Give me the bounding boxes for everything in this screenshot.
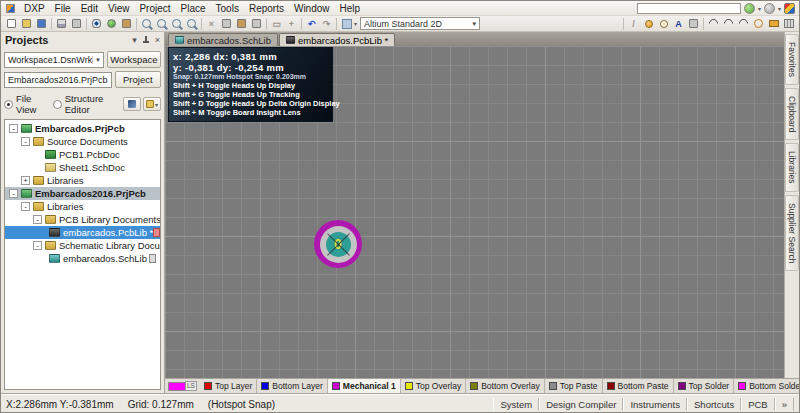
instruments-panels-button[interactable]: Instruments <box>623 398 687 411</box>
zoom-document-button[interactable] <box>184 17 199 30</box>
layer-tab-top-solder[interactable]: Top Solder <box>674 379 735 393</box>
pad-object[interactable]: 0 <box>314 220 362 268</box>
tree-item-embarcados-pcblib[interactable]: embarcados.PcbLib * <box>5 226 160 239</box>
grid-settings-button[interactable] <box>339 17 354 30</box>
quick-search-input[interactable] <box>637 3 741 14</box>
collapse-icon[interactable]: - <box>9 124 18 133</box>
menu-view[interactable]: View <box>103 2 135 15</box>
structure-editor-radio[interactable] <box>53 100 62 109</box>
layer-tab-bottom-solder[interactable]: Bottom Solder <box>734 379 800 393</box>
layer-tab-bottom-layer[interactable]: Bottom Layer <box>257 379 328 393</box>
file-view-radio[interactable] <box>4 100 13 109</box>
home-page-icon[interactable] <box>744 3 755 14</box>
print-preview-button[interactable] <box>69 17 84 30</box>
menu-edit[interactable]: Edit <box>76 2 103 15</box>
tab-embarcados-pcblib[interactable]: embarcados.PcbLib * <box>279 33 395 46</box>
undo-button[interactable]: ↶ <box>304 17 319 30</box>
close-icon[interactable]: × <box>155 35 160 45</box>
tab-libraries[interactable]: Libraries <box>785 143 799 192</box>
sort-documents-button[interactable] <box>123 97 141 111</box>
layer-tab-top-layer[interactable]: Top Layer <box>200 379 257 393</box>
open-document-button[interactable] <box>19 17 34 30</box>
browse-components-button[interactable] <box>104 17 119 30</box>
tree-item-libraries-2[interactable]: - Libraries <box>5 200 160 213</box>
view-mode-select[interactable]: Altium Standard 2D ▾ <box>360 17 480 30</box>
save-button[interactable] <box>34 17 49 30</box>
tab-supplier-search[interactable]: Supplier Search <box>785 195 799 271</box>
menu-file[interactable]: File <box>50 2 76 15</box>
layer-tab-bottom-paste[interactable]: Bottom Paste <box>603 379 674 393</box>
layer-tab-bottom-overlay[interactable]: Bottom Overlay <box>466 379 545 393</box>
menu-help[interactable]: Help <box>335 2 366 15</box>
more-panels-button[interactable]: » <box>775 398 794 411</box>
place-fill-button[interactable] <box>766 17 781 30</box>
place-string-button[interactable]: A <box>671 17 686 30</box>
place-arc-angle-button[interactable] <box>736 17 751 30</box>
paste-special-button[interactable] <box>781 17 796 30</box>
place-special-string-button[interactable] <box>686 17 701 30</box>
tree-item-embarcados2016-prjpcb[interactable]: - Embarcados2016.PrjPcb <box>5 187 160 200</box>
pin-icon[interactable] <box>142 36 150 44</box>
new-document-button[interactable] <box>4 17 19 30</box>
chevron-down-icon[interactable]: ▾ <box>758 5 761 12</box>
view-configuration-button[interactable] <box>89 17 104 30</box>
open-project-button[interactable] <box>119 17 134 30</box>
zoom-area-button[interactable] <box>169 17 184 30</box>
pcb-panels-button[interactable]: PCB <box>741 398 775 411</box>
chevron-down-icon[interactable]: ▾ <box>354 20 357 27</box>
tree-item-pcb-library-documents[interactable]: - PCB Library Documents <box>5 213 160 226</box>
file-view-label[interactable]: File View <box>16 93 46 115</box>
tab-favorites[interactable]: Favorites <box>785 34 799 85</box>
layer-tab-top-overlay[interactable]: Top Overlay <box>401 379 466 393</box>
menu-project[interactable]: Project <box>134 2 175 15</box>
menu-reports[interactable]: Reports <box>244 2 289 15</box>
collapse-icon[interactable]: - <box>33 241 42 250</box>
place-arc-center-button[interactable] <box>721 17 736 30</box>
cut-icon[interactable]: × <box>204 17 219 30</box>
move-selection-button[interactable]: + <box>284 17 299 30</box>
print-button[interactable] <box>54 17 69 30</box>
collapse-icon[interactable]: - <box>21 202 30 211</box>
copy-icon[interactable] <box>219 17 234 30</box>
tab-clipboard[interactable]: Clipboard <box>785 88 799 140</box>
zoom-in-button[interactable] <box>139 17 154 30</box>
menu-dxp[interactable]: DXP <box>19 2 50 15</box>
project-button[interactable]: Project <box>115 71 161 88</box>
expand-icon[interactable]: + <box>21 176 30 185</box>
place-pad-button[interactable] <box>641 17 656 30</box>
tree-item-embarcados-schlib[interactable]: embarcados.SchLib <box>5 252 160 265</box>
shortcuts-panels-button[interactable]: Shortcuts <box>687 398 741 411</box>
tree-item-sheet1-schdoc[interactable]: Sheet1.SchDoc <box>5 161 160 174</box>
collapse-icon[interactable]: - <box>33 215 42 224</box>
customize-icon[interactable] <box>784 3 795 14</box>
tree-item-libraries-1[interactable]: + Libraries <box>5 174 160 187</box>
paste-icon[interactable] <box>234 17 249 30</box>
place-via-button[interactable] <box>656 17 671 30</box>
back-navigation-icon[interactable] <box>764 3 775 14</box>
tree-item-pcb1-pcbdoc[interactable]: PCB1.PcbDoc <box>5 148 160 161</box>
open-folder-button[interactable]: ▾ <box>143 97 161 111</box>
tab-embarcados-schlib[interactable]: embarcados.SchLib <box>168 33 278 46</box>
tree-item-embarcados-prjpcb[interactable]: - Embarcados.PrjPcb <box>5 122 160 135</box>
place-full-circle-button[interactable] <box>751 17 766 30</box>
layer-tab-mechanical-1[interactable]: Mechanical 1 <box>328 379 401 393</box>
layer-set-badge[interactable]: LS <box>185 381 197 391</box>
collapse-icon[interactable]: - <box>21 137 30 146</box>
menu-place[interactable]: Place <box>176 2 211 15</box>
structure-editor-label[interactable]: Structure Editor <box>65 93 116 115</box>
menu-tools[interactable]: Tools <box>211 2 244 15</box>
workspace-button[interactable]: Workspace <box>107 51 161 68</box>
panel-menu-icon[interactable]: ▾ <box>132 35 137 45</box>
place-line-button[interactable]: / <box>626 17 641 30</box>
collapse-icon[interactable]: - <box>9 189 18 198</box>
paste-array-icon[interactable] <box>249 17 264 30</box>
pcb-canvas[interactable]: x: 2,286 dx: 0,381 mm y: -0,381 dy: -0,2… <box>165 46 784 393</box>
project-select[interactable]: Embarcados2016.PrjPcb <box>4 72 112 88</box>
menu-window[interactable]: Window <box>289 2 335 15</box>
workspace-select[interactable]: Workspace1.DsnWrk ▾ <box>4 52 104 68</box>
select-area-button[interactable]: ▭ <box>269 17 284 30</box>
chevron-down-icon[interactable]: ▾ <box>778 5 781 12</box>
design-compiler-panels-button[interactable]: Design Compiler <box>539 398 623 411</box>
tree-item-source-documents[interactable]: - Source Documents <box>5 135 160 148</box>
zoom-out-button[interactable] <box>154 17 169 30</box>
